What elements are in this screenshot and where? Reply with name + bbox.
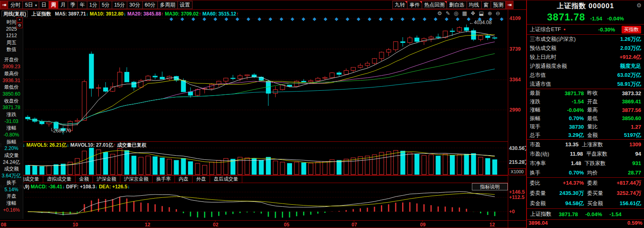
x-axis-label: 08 bbox=[1, 222, 6, 228]
price-change-pct: -0.04% bbox=[607, 16, 624, 22]
tab-6[interactable]: 内盘 bbox=[175, 176, 193, 183]
ma-values: MA5: 3897.71↓ MA10: 3912.80↓ MA20: 3845.… bbox=[55, 11, 239, 17]
etf-change: -0.30% bbox=[598, 27, 615, 33]
toolbar-button[interactable]: 5分 bbox=[99, 1, 112, 9]
indicator-help-button[interactable]: 指标说明 bbox=[472, 183, 508, 190]
toolbar-button[interactable]: 热点回溯 bbox=[422, 1, 447, 9]
toolbar-button[interactable]: 均线 bbox=[467, 1, 482, 9]
tab-3[interactable]: 沪深金额 bbox=[93, 176, 120, 183]
toolbar-button[interactable]: 60分 bbox=[142, 1, 158, 9]
info-row: 总市值63.02万亿 bbox=[527, 71, 644, 80]
chart-toolbar-icons: ⚙✎◎▦✥⬓⊕⊖ bbox=[437, 10, 500, 16]
toolbar-button[interactable]: 九转 bbox=[392, 1, 407, 9]
toolbar-button[interactable]: 设置 bbox=[177, 1, 193, 9]
toolbar-button[interactable]: 预测 bbox=[491, 1, 506, 9]
toolbar-button[interactable]: 1分 bbox=[87, 1, 100, 9]
pair-row: 总手3.29亿金额5197亿 bbox=[527, 131, 644, 140]
quote-price-row: 3871.78 -1.54 -0.04% bbox=[527, 11, 644, 24]
info-row: 三市成交额(沪深京)1.26万亿 bbox=[527, 35, 644, 44]
lock-icon[interactable]: ⬓ bbox=[479, 10, 484, 16]
period-label: 周线(复权) bbox=[2, 11, 28, 17]
data-sidebar: × ⚙ 时间20251212周五数值开盘价3909.23最高价3936.31最低… bbox=[0, 17, 23, 219]
summary-chg: -1.54 bbox=[609, 211, 622, 217]
pen-icon[interactable]: ✎ bbox=[446, 10, 450, 16]
rp-group-2: 市盈13.35上涨家数1309市盈(动)11.98平盘家数94市净率1.48下跌… bbox=[527, 140, 644, 177]
sidebar-row: 5.14% bbox=[0, 186, 23, 193]
tab-1[interactable]: 虚拟成交量 bbox=[43, 176, 75, 183]
price-change: -1.54 bbox=[590, 16, 602, 22]
sidebar-row: -31.03 bbox=[0, 118, 23, 125]
info-row: 沪股通额度余额额度充足 bbox=[527, 62, 644, 71]
toolbar-button[interactable]: 周 bbox=[49, 1, 59, 9]
hand-icon[interactable]: ✥ bbox=[471, 10, 475, 16]
buy-index-button[interactable]: 买指数 bbox=[622, 26, 641, 34]
toolbar-button[interactable]: 日 bbox=[39, 1, 49, 9]
x-axis-label: 07 bbox=[352, 222, 357, 228]
axis-label: └2689.70 bbox=[50, 128, 71, 134]
eye-icon[interactable]: ◎ bbox=[454, 10, 458, 16]
rp-group-1: 最新3871.78昨收3873.32涨跌-1.54开盘3869.41涨幅-0.0… bbox=[527, 89, 644, 139]
tab-8[interactable]: 盘后成交量 bbox=[210, 176, 242, 183]
toolbar-button[interactable]: 15分 bbox=[112, 1, 127, 9]
info-row: 流通市值58.91万亿 bbox=[527, 80, 644, 89]
quote-panel: 上证指数 000001 ⚙ 3871.78 -1.54 -0.04% 上证综合E… bbox=[526, 0, 644, 228]
settings-gear-icon[interactable]: ⚙ bbox=[636, 2, 642, 9]
indicator-tabs: 多周期成交量虚拟成交量金额沪深金额沪深京金额换手率内盘外盘盘后成交量 bbox=[0, 175, 508, 183]
toolbar-button[interactable]: 事件 bbox=[407, 1, 422, 9]
toolbar-button[interactable]: 多周期 bbox=[157, 1, 178, 9]
red-dot-icon: ● bbox=[564, 27, 566, 31]
close-icon[interactable]: × bbox=[17, 17, 22, 22]
tab-7[interactable]: 外盘 bbox=[193, 176, 210, 183]
toolbar-button[interactable]: 季 bbox=[68, 1, 78, 9]
axis-label: 3364 bbox=[509, 77, 521, 83]
toolbar-collapse-icon[interactable]: ⇥ bbox=[505, 1, 513, 9]
axis-label: 2990 bbox=[509, 107, 521, 113]
sidebar-row: 成交量 bbox=[0, 152, 23, 159]
info-row: 较上日此时+912.4亿 bbox=[527, 53, 644, 62]
pair-row: 市盈13.35上涨家数1309 bbox=[527, 140, 644, 149]
sidebar-row: 成交额 bbox=[0, 165, 23, 172]
sidebar-row: 3871.78 bbox=[0, 104, 23, 111]
summary-pct: -0.04% bbox=[585, 211, 602, 217]
gear-icon[interactable]: ⚙ bbox=[17, 23, 22, 28]
sidebar-row: 周五 bbox=[0, 39, 23, 46]
chevron-down-icon: ▾ bbox=[35, 3, 37, 7]
pair-row: 卖金额94.58亿买金额156.61亿 bbox=[527, 198, 644, 208]
toolbar-left: ⇥分时5日▾日周月季年1分5分15分30分60分多周期设置 bbox=[0, 0, 193, 9]
sidebar-row: 数值 bbox=[0, 46, 23, 53]
zoom-in-icon[interactable]: ⊕ bbox=[487, 10, 492, 16]
tab-5[interactable]: 换手率 bbox=[153, 176, 175, 183]
toolbox-icon[interactable]: ▦ bbox=[462, 10, 467, 16]
toolbar-collapse-icon[interactable]: ⇥ bbox=[0, 1, 8, 9]
toolbar-button[interactable]: 窗 bbox=[481, 1, 491, 9]
sidebar-row: 3936.31 bbox=[0, 77, 23, 84]
ticker-row: 3896.04 0.59% bbox=[527, 220, 644, 225]
sidebar-row: 涨幅 bbox=[0, 200, 23, 207]
sidebar-row: 3850.60 bbox=[0, 91, 23, 98]
sidebar-row: +0.16% bbox=[0, 207, 23, 214]
toolbar-button[interactable]: 30分 bbox=[127, 1, 142, 9]
zoom-out-icon[interactable]: ⊖ bbox=[496, 10, 500, 16]
pair-row: 委比+14.37%委差+817.44万 bbox=[527, 178, 644, 188]
toolbar-button[interactable]: 年 bbox=[77, 1, 87, 9]
sidebar-row: 24.24亿 bbox=[0, 159, 23, 166]
pair-row: 市净率1.48下跌家数931 bbox=[527, 159, 644, 168]
toolbar-button[interactable]: 月 bbox=[58, 1, 68, 9]
toolbar-button[interactable]: 删自选 bbox=[447, 1, 467, 9]
sidebar-row: 振幅 bbox=[0, 139, 23, 145]
pair-row: 现手38730量比1.27 bbox=[527, 123, 644, 131]
toolbar-button[interactable]: 分时 bbox=[8, 1, 23, 9]
gear-icon[interactable]: ⚙ bbox=[437, 10, 442, 16]
etf-row[interactable]: 上证综合ETF● -0.30% 买指数 bbox=[527, 25, 644, 34]
sidebar-row: 1212 bbox=[0, 32, 23, 39]
pair-row: 委卖量2435.30万委买量3252.74万 bbox=[527, 188, 644, 198]
sidebar-row: 开盘价 bbox=[0, 56, 23, 63]
tab-4[interactable]: 沪深京金额 bbox=[120, 176, 153, 183]
toolbar-button[interactable]: 5日▾ bbox=[22, 1, 39, 9]
pair-row: 最新3871.78昨收3873.32 bbox=[527, 89, 644, 98]
sidebar-row: 3.64万亿 bbox=[0, 172, 23, 179]
pair-row: 涨跌-1.54开盘3869.41 bbox=[527, 98, 644, 106]
index-summary-bar[interactable]: 上证指数 3871.78 -0.04% -1.54 bbox=[527, 209, 644, 219]
tab-2[interactable]: 金额 bbox=[75, 176, 93, 183]
ticker-right: 0.59% bbox=[627, 220, 642, 225]
